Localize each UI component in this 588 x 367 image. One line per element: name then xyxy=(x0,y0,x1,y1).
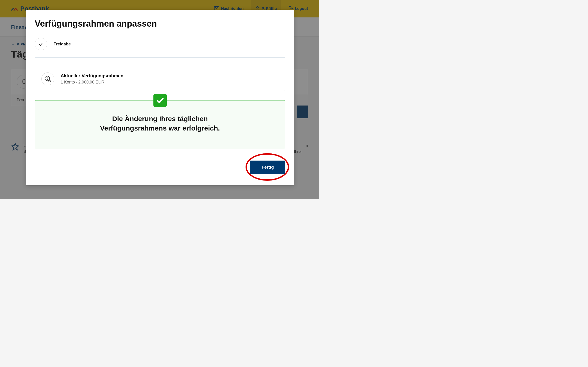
success-line-2: Verfügungsrahmens war erfolgreich. xyxy=(100,124,220,132)
modal-actions: Fertig xyxy=(35,161,285,174)
adjust-limit-modal: Verfügungsrahmen anpassen Freigabe € Akt… xyxy=(26,10,294,185)
step-check-icon xyxy=(35,38,47,50)
success-message-box: Die Änderung Ihres täglichen Verfügungsr… xyxy=(35,100,285,149)
success-text: Die Änderung Ihres täglichen Verfügungsr… xyxy=(44,114,276,133)
current-limit-value: 1 Konto · 2.000,00 EUR xyxy=(61,80,123,85)
step-indicator: Freigabe xyxy=(35,38,285,58)
success-check-icon xyxy=(153,94,167,107)
success-line-1: Die Änderung Ihres täglichen xyxy=(112,115,208,123)
current-limit-card: € Aktueller Verfügungsrahmen 1 Konto · 2… xyxy=(35,67,285,91)
current-limit-text: Aktueller Verfügungsrahmen 1 Konto · 2.0… xyxy=(61,73,123,85)
done-button[interactable]: Fertig xyxy=(250,161,285,174)
step-label: Freigabe xyxy=(53,42,71,47)
svg-text:€: € xyxy=(46,77,48,80)
current-limit-title: Aktueller Verfügungsrahmen xyxy=(61,73,123,78)
modal-title: Verfügungsrahmen anpassen xyxy=(35,19,285,29)
euro-limit-icon: € xyxy=(41,73,54,85)
svg-point-5 xyxy=(49,81,50,81)
